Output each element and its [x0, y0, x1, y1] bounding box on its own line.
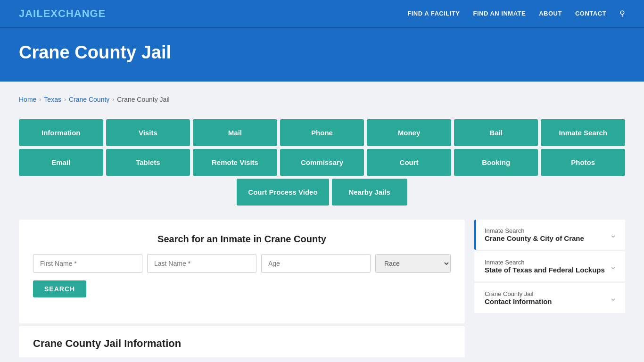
chevron-icon-2: ⌄: [610, 293, 617, 303]
btn-information[interactable]: Information: [19, 119, 103, 146]
first-name-input[interactable]: [33, 254, 142, 273]
chevron-icon-1: ⌄: [610, 261, 617, 272]
nav-contact[interactable]: CONTACT: [575, 10, 606, 17]
search-fields: Race White Black Hispanic Asian Other: [33, 254, 451, 273]
sidebar-label-2: Crane County Jail: [485, 290, 552, 297]
btn-phone[interactable]: Phone: [280, 119, 364, 146]
hero-section: Crane County Jail: [0, 28, 644, 82]
info-heading-title: Crane County Jail Information: [33, 337, 451, 350]
chevron-icon-0: ⌄: [610, 230, 617, 240]
btn-remote-visits[interactable]: Remote Visits: [193, 149, 277, 176]
sidebar: Inmate Search Crane County & City of Cra…: [474, 220, 625, 314]
breadcrumb-sep1: ›: [39, 96, 41, 103]
age-input[interactable]: [261, 254, 371, 273]
btn-email[interactable]: Email: [19, 149, 103, 176]
sidebar-sublabel-1: State of Texas and Federal Lockups: [485, 266, 605, 274]
sidebar-item-text-2: Crane County Jail Contact Information: [485, 290, 552, 305]
search-title: Search for an Inmate in Crane County: [33, 234, 451, 245]
breadcrumb-crane-county[interactable]: Crane County: [69, 96, 109, 103]
main-layout: Search for an Inmate in Crane County Rac…: [19, 220, 625, 357]
main-nav: FIND A FACILITY FIND AN INMATE ABOUT CON…: [407, 9, 625, 18]
race-select[interactable]: Race White Black Hispanic Asian Other: [375, 254, 451, 273]
logo-accent: EXCHANGE: [43, 8, 106, 19]
nav-grid-row3: Court Process Video Nearby Jails: [19, 179, 625, 206]
breadcrumb-home[interactable]: Home: [19, 96, 36, 103]
search-button[interactable]: SEARCH: [33, 280, 86, 297]
site-logo[interactable]: JAILEXCHANGE: [19, 8, 106, 20]
sidebar-item-0[interactable]: Inmate Search Crane County & City of Cra…: [474, 220, 625, 250]
page-title: Crane County Jail: [19, 42, 625, 63]
content-area: Home › Texas › Crane County › Crane Coun…: [0, 82, 644, 362]
breadcrumb-current: Crane County Jail: [117, 96, 169, 103]
sidebar-sublabel-0: Crane County & City of Crane: [485, 234, 584, 242]
logo-text1: JAIL: [19, 8, 43, 19]
btn-tablets[interactable]: Tablets: [106, 149, 190, 176]
sidebar-label-0: Inmate Search: [485, 227, 584, 234]
search-panel: Search for an Inmate in Crane County Rac…: [19, 220, 465, 323]
sidebar-item-text-1: Inmate Search State of Texas and Federal…: [485, 259, 605, 274]
btn-photos[interactable]: Photos: [541, 149, 625, 176]
btn-court[interactable]: Court: [367, 149, 451, 176]
btn-mail[interactable]: Mail: [193, 119, 277, 146]
sidebar-item-1[interactable]: Inmate Search State of Texas and Federal…: [474, 251, 625, 281]
nav-grid-row1: Information Visits Mail Phone Money Bail…: [19, 119, 625, 146]
left-column: Search for an Inmate in Crane County Rac…: [19, 220, 465, 357]
nav-find-inmate[interactable]: FIND AN INMATE: [473, 10, 526, 17]
nav-grid-row2: Email Tablets Remote Visits Commissary C…: [19, 149, 625, 176]
sidebar-sublabel-2: Contact Information: [485, 297, 552, 305]
btn-nearby-jails[interactable]: Nearby Jails: [332, 179, 407, 206]
breadcrumb: Home › Texas › Crane County › Crane Coun…: [19, 91, 625, 108]
btn-commissary[interactable]: Commissary: [280, 149, 364, 176]
sidebar-label-1: Inmate Search: [485, 259, 605, 266]
sidebar-item-2[interactable]: Crane County Jail Contact Information ⌄: [474, 283, 625, 313]
search-icon[interactable]: ⚲: [619, 9, 625, 18]
breadcrumb-sep2: ›: [64, 96, 66, 103]
btn-money[interactable]: Money: [367, 119, 451, 146]
btn-bail[interactable]: Bail: [454, 119, 538, 146]
info-section: Crane County Jail Information: [19, 326, 465, 357]
btn-court-process-video[interactable]: Court Process Video: [237, 179, 329, 206]
sidebar-item-text-0: Inmate Search Crane County & City of Cra…: [485, 227, 584, 242]
breadcrumb-sep3: ›: [112, 96, 114, 103]
btn-booking[interactable]: Booking: [454, 149, 538, 176]
btn-inmate-search[interactable]: Inmate Search: [541, 119, 625, 146]
nav-about[interactable]: ABOUT: [539, 10, 562, 17]
last-name-input[interactable]: [147, 254, 256, 273]
breadcrumb-texas[interactable]: Texas: [44, 96, 61, 103]
btn-visits[interactable]: Visits: [106, 119, 190, 146]
nav-find-facility[interactable]: FIND A FACILITY: [407, 10, 460, 17]
